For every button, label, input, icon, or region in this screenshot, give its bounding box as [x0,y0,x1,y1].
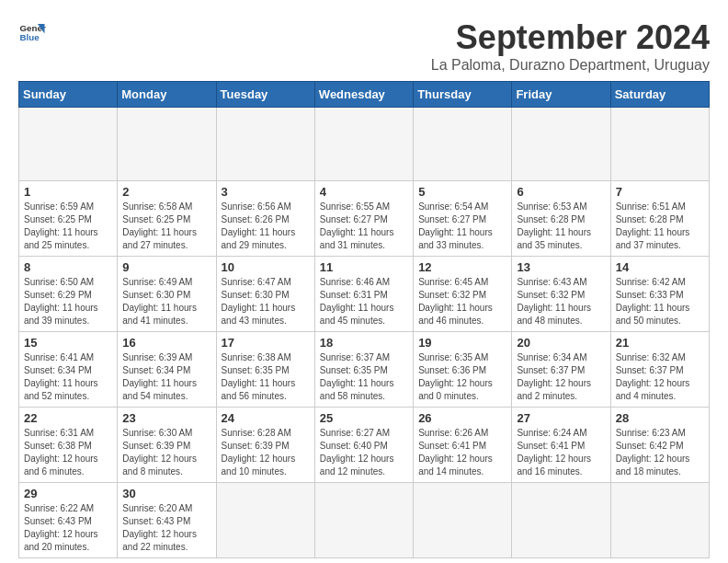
cell-info: Sunrise: 6:37 AMSunset: 6:35 PMDaylight:… [320,351,408,403]
calendar-cell: 18Sunrise: 6:37 AMSunset: 6:35 PMDayligh… [314,332,413,408]
cell-info: Sunrise: 6:38 AMSunset: 6:35 PMDaylight:… [222,351,310,403]
day-number: 21 [616,336,704,350]
day-of-week-header: Tuesday [216,82,314,108]
calendar-cell: 23Sunrise: 6:30 AMSunset: 6:39 PMDayligh… [118,408,216,483]
cell-info: Sunrise: 6:49 AMSunset: 6:30 PMDaylight:… [122,276,210,327]
day-number: 29 [24,487,112,500]
svg-text:Blue: Blue [20,32,40,42]
day-number: 26 [418,411,506,425]
calendar-cell [19,108,118,181]
day-of-week-header: Sunday [19,82,118,108]
cell-info: Sunrise: 6:58 AMSunset: 6:25 PMDaylight:… [122,201,210,252]
cell-info: Sunrise: 6:24 AMSunset: 6:41 PMDaylight:… [517,427,605,478]
cell-info: Sunrise: 6:35 AMSunset: 6:36 PMDaylight:… [418,351,506,403]
title-area: September 2024 La Paloma, Durazno Depart… [431,18,710,74]
calendar-cell: 22Sunrise: 6:31 AMSunset: 6:38 PMDayligh… [19,408,118,483]
day-of-week-header: Saturday [610,82,709,108]
calendar-cell: 7Sunrise: 6:51 AMSunset: 6:28 PMDaylight… [610,181,709,257]
calendar-cell: 3Sunrise: 6:56 AMSunset: 6:26 PMDaylight… [216,181,314,257]
calendar-week-row: 15Sunrise: 6:41 AMSunset: 6:34 PMDayligh… [19,332,710,408]
calendar-week-row [19,108,710,181]
cell-info: Sunrise: 6:51 AMSunset: 6:28 PMDaylight:… [616,201,704,252]
calendar-cell: 10Sunrise: 6:47 AMSunset: 6:30 PMDayligh… [216,257,314,332]
day-of-week-header: Thursday [414,82,512,108]
day-number: 18 [320,336,408,350]
cell-info: Sunrise: 6:59 AMSunset: 6:25 PMDaylight:… [24,201,112,252]
day-number: 22 [24,411,112,425]
cell-info: Sunrise: 6:23 AMSunset: 6:42 PMDaylight:… [616,427,704,478]
logo-icon: General Blue [18,18,46,46]
day-number: 1 [24,185,112,199]
day-number: 3 [222,185,310,199]
page-header: General Blue September 2024 La Paloma, D… [18,18,710,74]
calendar-cell [512,483,610,558]
calendar-cell: 17Sunrise: 6:38 AMSunset: 6:35 PMDayligh… [216,332,314,408]
calendar-cell: 25Sunrise: 6:27 AMSunset: 6:40 PMDayligh… [314,408,413,483]
calendar-week-row: 1Sunrise: 6:59 AMSunset: 6:25 PMDaylight… [19,181,710,257]
day-number: 24 [222,411,310,425]
cell-info: Sunrise: 6:41 AMSunset: 6:34 PMDaylight:… [24,351,112,403]
cell-info: Sunrise: 6:31 AMSunset: 6:38 PMDaylight:… [24,427,112,478]
day-number: 23 [122,411,210,425]
cell-info: Sunrise: 6:47 AMSunset: 6:30 PMDaylight:… [222,276,310,327]
calendar-cell: 2Sunrise: 6:58 AMSunset: 6:25 PMDaylight… [118,181,216,257]
cell-info: Sunrise: 6:42 AMSunset: 6:33 PMDaylight:… [616,276,704,327]
day-number: 4 [320,185,408,199]
cell-info: Sunrise: 6:22 AMSunset: 6:43 PMDaylight:… [24,502,112,554]
day-number: 17 [222,336,310,350]
day-of-week-header: Monday [118,82,216,108]
calendar-cell: 24Sunrise: 6:28 AMSunset: 6:39 PMDayligh… [216,408,314,483]
cell-info: Sunrise: 6:45 AMSunset: 6:32 PMDaylight:… [418,276,506,327]
calendar-cell: 9Sunrise: 6:49 AMSunset: 6:30 PMDaylight… [118,257,216,332]
day-number: 19 [418,336,506,350]
day-number: 7 [616,185,704,199]
cell-info: Sunrise: 6:20 AMSunset: 6:43 PMDaylight:… [122,502,210,554]
cell-info: Sunrise: 6:28 AMSunset: 6:39 PMDaylight:… [222,427,310,478]
day-number: 16 [122,336,210,350]
calendar-cell [118,108,216,181]
cell-info: Sunrise: 6:46 AMSunset: 6:31 PMDaylight:… [320,276,408,327]
day-number: 10 [222,260,310,274]
cell-info: Sunrise: 6:26 AMSunset: 6:41 PMDaylight:… [418,427,506,478]
day-number: 11 [320,260,408,274]
days-header-row: SundayMondayTuesdayWednesdayThursdayFrid… [19,82,710,108]
cell-info: Sunrise: 6:32 AMSunset: 6:37 PMDaylight:… [616,351,704,403]
calendar-cell [314,483,413,558]
day-number: 9 [122,260,210,274]
cell-info: Sunrise: 6:34 AMSunset: 6:37 PMDaylight:… [517,351,605,403]
day-number: 12 [418,260,506,274]
calendar-cell [610,483,709,558]
cell-info: Sunrise: 6:53 AMSunset: 6:28 PMDaylight:… [517,201,605,252]
day-number: 15 [24,336,112,350]
cell-info: Sunrise: 6:27 AMSunset: 6:40 PMDaylight:… [320,427,408,478]
calendar-cell [414,483,512,558]
day-number: 20 [517,336,605,350]
cell-info: Sunrise: 6:43 AMSunset: 6:32 PMDaylight:… [517,276,605,327]
calendar-cell: 5Sunrise: 6:54 AMSunset: 6:27 PMDaylight… [414,181,512,257]
day-number: 8 [24,260,112,274]
calendar-week-row: 22Sunrise: 6:31 AMSunset: 6:38 PMDayligh… [19,408,710,483]
day-number: 2 [122,185,210,199]
cell-info: Sunrise: 6:56 AMSunset: 6:26 PMDaylight:… [222,201,310,252]
calendar-cell: 21Sunrise: 6:32 AMSunset: 6:37 PMDayligh… [610,332,709,408]
calendar-cell: 29Sunrise: 6:22 AMSunset: 6:43 PMDayligh… [19,483,118,558]
cell-info: Sunrise: 6:55 AMSunset: 6:27 PMDaylight:… [320,201,408,252]
logo: General Blue [18,18,46,46]
calendar-cell: 15Sunrise: 6:41 AMSunset: 6:34 PMDayligh… [19,332,118,408]
calendar-cell: 20Sunrise: 6:34 AMSunset: 6:37 PMDayligh… [512,332,610,408]
calendar-cell: 1Sunrise: 6:59 AMSunset: 6:25 PMDaylight… [19,181,118,257]
calendar-week-row: 29Sunrise: 6:22 AMSunset: 6:43 PMDayligh… [19,483,710,558]
calendar-cell [314,108,413,181]
cell-info: Sunrise: 6:39 AMSunset: 6:34 PMDaylight:… [122,351,210,403]
day-number: 6 [517,185,605,199]
day-of-week-header: Friday [512,82,610,108]
day-number: 14 [616,260,704,274]
day-number: 13 [517,260,605,274]
calendar-cell: 27Sunrise: 6:24 AMSunset: 6:41 PMDayligh… [512,408,610,483]
calendar-cell [414,108,512,181]
calendar-cell: 11Sunrise: 6:46 AMSunset: 6:31 PMDayligh… [314,257,413,332]
day-of-week-header: Wednesday [314,82,413,108]
day-number: 25 [320,411,408,425]
calendar-cell: 28Sunrise: 6:23 AMSunset: 6:42 PMDayligh… [610,408,709,483]
cell-info: Sunrise: 6:30 AMSunset: 6:39 PMDaylight:… [122,427,210,478]
